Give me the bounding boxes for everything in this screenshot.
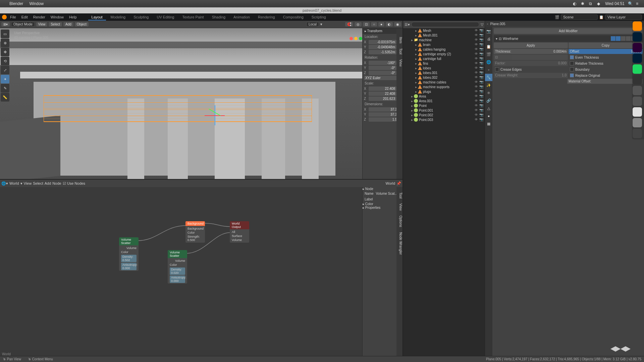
tab-texture-paint[interactable]: Texture Paint (179, 14, 207, 20)
tab-layout[interactable]: Layout (88, 14, 106, 20)
world-selector[interactable]: World (385, 181, 395, 185)
texture-tab-icon[interactable]: ▦ (485, 120, 492, 127)
select-menu[interactable]: Select (33, 181, 43, 185)
copy-button[interactable]: Copy (569, 43, 643, 48)
thickness-field[interactable]: Thickness:0.0004m (494, 49, 568, 54)
loc-z-field[interactable]: -1.5352m (369, 50, 396, 54)
scene-selector[interactable]: Scene (561, 14, 598, 20)
shading-solid-icon[interactable]: ● (378, 22, 384, 26)
crease-edges-checkbox[interactable] (495, 67, 499, 71)
measure-tool-icon[interactable]: 📏 (1, 93, 9, 102)
add-modifier-button[interactable]: Add Modifier (494, 28, 643, 34)
node-canvas[interactable]: Volume Scatter Volume Color Density: 0.5… (0, 187, 362, 350)
replace-original-checkbox[interactable] (570, 73, 574, 77)
tab-shading[interactable]: Shading (209, 14, 229, 20)
tab-tool[interactable]: Tool (399, 46, 402, 56)
menubar-icon[interactable]: ◆ (597, 1, 602, 6)
add-menu[interactable]: Add (45, 181, 51, 185)
properties-breadcrumb[interactable]: Plane.005 (490, 22, 505, 26)
show-render-icon[interactable] (611, 36, 615, 41)
outliner-item[interactable]: ▸lobes👁📷 (403, 66, 485, 70)
vertex-group-field[interactable]: ⊡ (494, 55, 568, 60)
select-tool-icon[interactable]: ▭ (1, 29, 9, 38)
tab-sculpting[interactable]: Sculpting (130, 14, 152, 20)
scale-tool-icon[interactable]: ⤢ (1, 66, 9, 74)
editor-type-icon[interactable]: ☰▾ (405, 22, 410, 27)
help-menu[interactable]: Help (67, 15, 79, 19)
modifier-tab-icon[interactable]: 🔧 (485, 74, 492, 81)
app-icon[interactable] (633, 86, 642, 95)
select-menu[interactable]: Select (49, 22, 62, 26)
rot-y-field[interactable]: -0° (369, 66, 396, 70)
outliner-item[interactable]: ▸lobes.002👁📷 (403, 75, 485, 80)
node-name-field[interactable]: Volume Scat... (376, 192, 397, 195)
tab-compositing[interactable]: Compositing (280, 14, 307, 20)
viewlayer-selector[interactable]: View Layer (605, 14, 642, 20)
outliner-item[interactable]: ▸Point.001👁📷 (403, 108, 485, 113)
tab-node-wrangler[interactable]: Node Wrangler (399, 230, 402, 257)
offset-field[interactable]: Offset:0.0000 (569, 49, 643, 54)
outliner-item[interactable]: ▸machine cables👁📷 (403, 80, 485, 84)
tab-rendering[interactable]: Rendering (255, 14, 278, 20)
trash-icon[interactable] (633, 129, 642, 138)
show-editmode-icon[interactable] (621, 36, 626, 41)
tab-view[interactable]: View (399, 201, 402, 213)
view-menu[interactable]: View (24, 181, 32, 185)
outliner-item[interactable]: ▸Point.003👁📷 (403, 117, 485, 122)
scale-z-field[interactable]: 201.623 (369, 97, 396, 101)
viewport-canvas[interactable] (0, 28, 402, 179)
node-editor[interactable]: 🌐▾ World ▾ View Select Add Node ☑ Use No… (0, 179, 402, 356)
tab-modeling[interactable]: Modeling (107, 14, 129, 20)
window-menu[interactable]: Window (49, 15, 66, 19)
even-thickness-checkbox[interactable] (570, 55, 574, 59)
node-background[interactable]: Background Background Color Strength: 0.… (185, 221, 205, 243)
shading-lookdev-icon[interactable]: ◐ (386, 22, 393, 26)
zoom-icon[interactable] (359, 37, 362, 40)
tab-options[interactable]: Options (399, 214, 402, 229)
xray-icon[interactable]: ⊡ (363, 22, 370, 26)
node-volume-scatter[interactable]: Volume Scatter Volume Color Density: 0.5… (119, 237, 139, 271)
pin-icon[interactable]: 📌 (396, 181, 401, 186)
scale-y-field[interactable]: 22.408 (369, 92, 396, 96)
shading-wireframe-icon[interactable]: ○ (371, 22, 377, 26)
transform-tool-icon[interactable]: ✦ (1, 75, 9, 83)
editor-type-icon[interactable]: 🌐▾ (1, 181, 8, 186)
viewlayer-tab-icon[interactable]: 📋 (485, 43, 492, 50)
physics-tab-icon[interactable]: ⚛ (485, 89, 492, 97)
rotate-tool-icon[interactable]: ⟲ (1, 57, 9, 65)
outliner-item[interactable]: ▸Area.001👁📷 (403, 99, 485, 103)
constraint-tab-icon[interactable]: 🔗 (485, 97, 492, 104)
outliner-search-input[interactable] (411, 22, 479, 27)
outliner-item[interactable]: ▸Mesh.001👁📷 (403, 33, 485, 38)
dropdown-icon[interactable]: ▾ (320, 22, 322, 26)
world-tab-icon[interactable]: 🌐 (485, 58, 492, 66)
outliner-item[interactable]: ▸Point👁📷 (403, 103, 485, 108)
tab-animation[interactable]: Animation (230, 14, 253, 20)
app-icon[interactable] (633, 97, 642, 106)
rot-z-field[interactable]: -0° (369, 71, 396, 75)
outliner-item[interactable]: ▸fins👁📷 (403, 61, 485, 66)
lightroom-app-icon[interactable] (633, 54, 642, 63)
particle-tab-icon[interactable]: ✨ (485, 81, 492, 89)
app-name[interactable]: Blender (9, 1, 23, 6)
outliner-item[interactable]: ▸📁machine👁📷 (403, 38, 485, 42)
material-tab-icon[interactable]: ● (485, 112, 492, 120)
material-offset-field[interactable]: Material Offset:0 (567, 79, 643, 84)
node-menu[interactable]: Node (52, 181, 61, 185)
outliner-item[interactable]: ▸cartridge empty (2)👁📷 (403, 52, 485, 56)
menubar-icon[interactable]: ⧉ (589, 1, 594, 6)
scene-tab-icon[interactable]: 🎬 (485, 51, 492, 58)
spotify-app-icon[interactable] (633, 64, 642, 74)
object-tab-icon[interactable]: ▫ (485, 66, 492, 73)
shading-rendered-icon[interactable]: ◉ (394, 22, 401, 26)
factor-field[interactable]: Factor:0.000 (494, 61, 568, 66)
photoshop-app-icon[interactable] (633, 32, 642, 42)
app-icon[interactable] (633, 107, 642, 117)
outliner-item[interactable]: ▸lobes.001👁📷 (403, 70, 485, 75)
menubar-icon[interactable]: ◐ (573, 1, 578, 6)
mesh-tab-icon[interactable]: △ (485, 105, 492, 112)
relative-thickness-checkbox[interactable] (570, 61, 574, 65)
loc-x-field[interactable]: -0.031975m (369, 40, 396, 44)
outliner-item[interactable]: ▸Point.002👁📷 (403, 113, 485, 117)
node-world-output[interactable]: World Output All Surface Volume (230, 221, 249, 243)
